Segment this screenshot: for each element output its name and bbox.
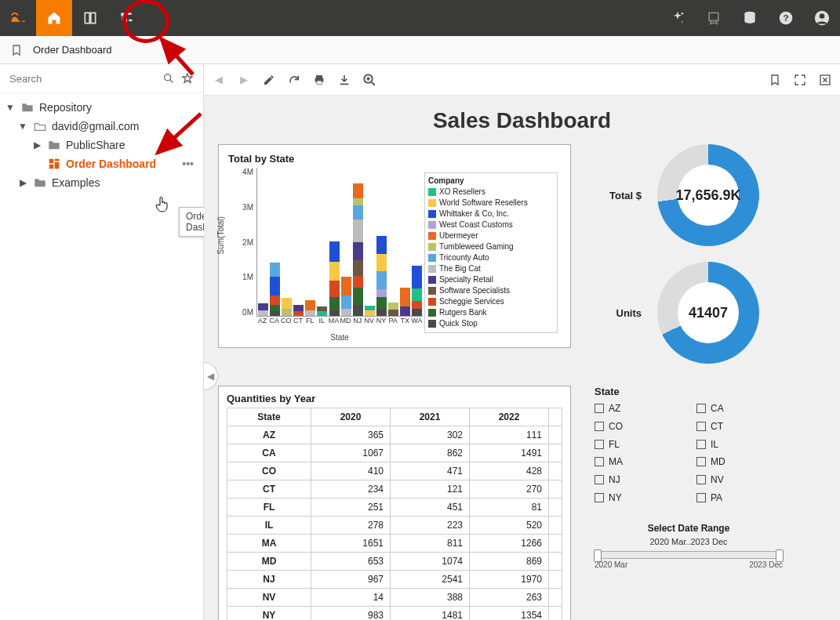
next-icon[interactable]: ▶ xyxy=(237,73,251,87)
database-icon[interactable] xyxy=(732,0,768,36)
brand-logo-icon[interactable] xyxy=(0,0,36,36)
svg-rect-15 xyxy=(55,162,60,169)
repository-tree: ▼ Repository ▼ david@gmail.com ▶ PublicS… xyxy=(0,93,203,197)
filter-check-CO[interactable]: CO xyxy=(595,420,681,433)
y-axis: 4M3M2M1M0M xyxy=(228,168,255,317)
edit-icon[interactable] xyxy=(262,73,276,87)
zoom-icon[interactable] xyxy=(362,73,376,87)
folder-icon xyxy=(47,140,61,150)
bookmark-icon[interactable] xyxy=(768,73,782,87)
tree-repository[interactable]: ▼ Repository xyxy=(0,98,203,117)
filter-check-MD[interactable]: MD xyxy=(696,455,783,469)
home-button[interactable] xyxy=(36,0,72,36)
close-icon[interactable] xyxy=(818,73,832,87)
star-icon[interactable] xyxy=(178,69,197,88)
breadcrumb-title: Order Dashboard xyxy=(33,44,111,56)
search-icon[interactable] xyxy=(159,69,178,88)
x-axis: AZCACOCTFLILMAMDNJNVNYPATXWA xyxy=(256,317,423,332)
prev-icon[interactable]: ◀ xyxy=(212,73,226,87)
refresh-icon[interactable] xyxy=(287,73,301,87)
more-icon[interactable]: ••• xyxy=(177,158,198,170)
filter-check-PA[interactable]: PA xyxy=(696,491,783,504)
tree-user-folder[interactable]: ▼ david@gmail.com xyxy=(0,117,203,136)
cursor-icon xyxy=(155,196,169,216)
slider-thumb-right[interactable] xyxy=(776,549,784,562)
filter-check-FL[interactable]: FL xyxy=(595,437,681,451)
svg-rect-3 xyxy=(129,20,132,22)
help-icon[interactable]: ? xyxy=(768,0,804,36)
table-quantities-by-year: Quantities by Year State202020212022AZ36… xyxy=(218,386,571,620)
svg-rect-6 xyxy=(709,13,718,20)
tree-order-dashboard[interactable]: Order Dashboard ••• xyxy=(0,154,203,173)
filter-panel: State AZCACOCTFLILMAMDNJNVNYPA Select Da… xyxy=(595,386,783,569)
top-nav: ? xyxy=(0,0,840,36)
svg-point-12 xyxy=(165,74,171,81)
svg-rect-0 xyxy=(121,13,124,16)
user-icon[interactable] xyxy=(804,0,840,36)
svg-rect-14 xyxy=(55,159,60,161)
folder-open-icon xyxy=(33,121,47,132)
svg-point-11 xyxy=(820,13,825,19)
svg-rect-13 xyxy=(49,159,54,164)
filter-check-NJ[interactable]: NJ xyxy=(595,473,681,487)
badge-icon[interactable] xyxy=(696,0,732,36)
chart-legend: Company XO ResellersWorld Software Resel… xyxy=(424,172,558,333)
dashboard-icon xyxy=(47,158,61,169)
filter-check-CT[interactable]: CT xyxy=(696,420,783,433)
svg-rect-1 xyxy=(127,13,132,15)
content-area: ◀ ▶ ◀ Sales Dashboard Total by State xyxy=(204,64,840,620)
svg-rect-2 xyxy=(124,19,127,22)
filter-check-NY[interactable]: NY xyxy=(595,491,681,504)
folder-icon xyxy=(33,177,47,188)
svg-text:?: ? xyxy=(783,13,788,23)
filter-check-MA[interactable]: MA xyxy=(595,455,681,469)
folder-icon xyxy=(20,102,35,113)
donut-total: Total $ 17,656.9K xyxy=(595,144,759,246)
chart-bars xyxy=(257,168,423,316)
bookmark-icon[interactable] xyxy=(9,43,24,57)
date-range-slider[interactable] xyxy=(595,551,783,559)
filter-check-AZ[interactable]: AZ xyxy=(595,402,681,415)
search-bar xyxy=(0,64,203,93)
content-toolbar: ◀ ▶ xyxy=(204,64,840,96)
svg-point-5 xyxy=(682,21,683,23)
dashboard-title: Sales Dashboard xyxy=(218,108,826,133)
book-button[interactable] xyxy=(72,0,108,36)
chart-total-by-state: Total by State 4M3M2M1M0M Sum(Total) AZC… xyxy=(218,144,571,348)
filter-check-IL[interactable]: IL xyxy=(696,437,783,451)
filter-check-CA[interactable]: CA xyxy=(696,402,783,415)
tree-examples[interactable]: ▶ Examples xyxy=(0,173,203,192)
hierarchy-button[interactable] xyxy=(108,0,144,36)
svg-rect-16 xyxy=(49,165,54,169)
sidebar: ▼ Repository ▼ david@gmail.com ▶ PublicS… xyxy=(0,64,204,620)
donut-units: Units 41407 xyxy=(595,262,759,364)
fullscreen-icon[interactable] xyxy=(793,73,807,87)
filter-check-NV[interactable]: NV xyxy=(696,473,783,487)
breadcrumb: Order Dashboard xyxy=(0,36,840,64)
svg-point-4 xyxy=(682,13,684,14)
svg-rect-17 xyxy=(317,81,321,84)
tree-publicshare[interactable]: ▶ PublicShare xyxy=(0,136,203,154)
sparkle-icon[interactable] xyxy=(660,0,696,36)
search-input[interactable] xyxy=(6,70,159,88)
slider-thumb-left[interactable] xyxy=(594,549,602,562)
download-icon[interactable] xyxy=(337,73,351,87)
print-icon[interactable] xyxy=(312,73,326,87)
